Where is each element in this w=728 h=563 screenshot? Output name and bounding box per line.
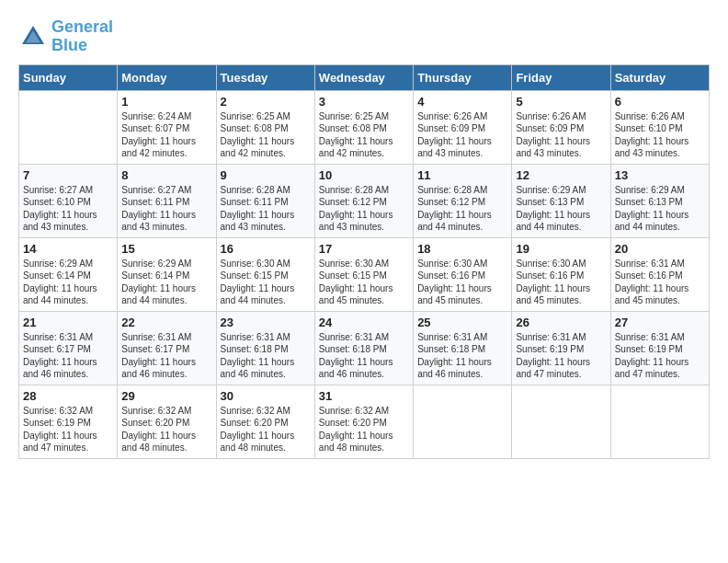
calendar-cell: 4Sunrise: 6:26 AMSunset: 6:09 PMDaylight… [414, 90, 512, 164]
cell-info: Sunrise: 6:31 AMSunset: 6:19 PMDaylight:… [516, 331, 606, 381]
calendar-cell: 27Sunrise: 6:31 AMSunset: 6:19 PMDayligh… [610, 311, 709, 385]
sunset-text: Sunset: 6:15 PM [319, 270, 409, 282]
calendar-cell: 8Sunrise: 6:27 AMSunset: 6:11 PMDaylight… [118, 164, 216, 237]
daylight-text: Daylight: 11 hours and 43 minutes. [121, 209, 211, 234]
logo-line2: Blue [51, 36, 87, 54]
day-number: 20 [615, 242, 705, 256]
day-number: 24 [319, 316, 409, 329]
sunset-text: Sunset: 6:14 PM [23, 270, 113, 282]
sunset-text: Sunset: 6:09 PM [417, 122, 507, 135]
logo-text: General Blue [51, 18, 113, 55]
sunrise-text: Sunrise: 6:26 AM [615, 110, 705, 123]
daylight-text: Daylight: 11 hours and 44 minutes. [23, 282, 113, 307]
cell-info: Sunrise: 6:28 AMSunset: 6:11 PMDaylight:… [221, 184, 311, 234]
calendar-cell: 13Sunrise: 6:29 AMSunset: 6:13 PMDayligh… [610, 164, 709, 237]
sunset-text: Sunset: 6:18 PM [319, 343, 409, 356]
calendar-cell: 15Sunrise: 6:29 AMSunset: 6:14 PMDayligh… [118, 237, 216, 311]
sunrise-text: Sunrise: 6:27 AM [23, 184, 113, 197]
calendar-cell: 29Sunrise: 6:32 AMSunset: 6:20 PMDayligh… [118, 385, 216, 458]
day-number: 22 [121, 316, 211, 329]
daylight-text: Daylight: 11 hours and 45 minutes. [516, 282, 606, 307]
cell-info: Sunrise: 6:29 AMSunset: 6:14 PMDaylight:… [23, 258, 113, 307]
calendar-cell: 22Sunrise: 6:31 AMSunset: 6:17 PMDayligh… [118, 311, 216, 385]
sunset-text: Sunset: 6:10 PM [23, 196, 113, 209]
cell-info: Sunrise: 6:25 AMSunset: 6:08 PMDaylight:… [221, 110, 311, 160]
day-number: 11 [417, 168, 507, 182]
daylight-text: Daylight: 11 hours and 46 minutes. [23, 356, 113, 381]
sunset-text: Sunset: 6:16 PM [417, 270, 507, 282]
page-header: General Blue [18, 18, 710, 55]
cell-info: Sunrise: 6:27 AMSunset: 6:11 PMDaylight:… [121, 184, 211, 234]
calendar-cell: 19Sunrise: 6:30 AMSunset: 6:16 PMDayligh… [512, 237, 610, 311]
sunset-text: Sunset: 6:08 PM [319, 122, 409, 135]
sunrise-text: Sunrise: 6:31 AM [615, 258, 705, 270]
sunrise-text: Sunrise: 6:28 AM [319, 184, 409, 197]
daylight-text: Daylight: 11 hours and 47 minutes. [516, 356, 606, 381]
sunset-text: Sunset: 6:11 PM [121, 196, 211, 209]
calendar-cell [610, 385, 709, 458]
sunrise-text: Sunrise: 6:31 AM [221, 331, 311, 344]
day-number: 6 [615, 95, 705, 109]
day-number: 8 [121, 168, 211, 182]
calendar-cell: 28Sunrise: 6:32 AMSunset: 6:19 PMDayligh… [19, 385, 118, 458]
daylight-text: Daylight: 11 hours and 44 minutes. [417, 209, 507, 234]
cell-info: Sunrise: 6:31 AMSunset: 6:18 PMDaylight:… [221, 331, 311, 381]
sunset-text: Sunset: 6:13 PM [516, 196, 606, 209]
sunrise-text: Sunrise: 6:29 AM [615, 184, 705, 197]
daylight-text: Daylight: 11 hours and 42 minutes. [319, 135, 409, 160]
sunset-text: Sunset: 6:18 PM [417, 343, 507, 356]
cell-info: Sunrise: 6:29 AMSunset: 6:14 PMDaylight:… [121, 258, 211, 307]
daylight-text: Daylight: 11 hours and 46 minutes. [221, 356, 311, 381]
sunrise-text: Sunrise: 6:29 AM [121, 258, 211, 270]
calendar-cell: 17Sunrise: 6:30 AMSunset: 6:15 PMDayligh… [314, 237, 413, 311]
calendar-cell: 3Sunrise: 6:25 AMSunset: 6:08 PMDaylight… [314, 90, 413, 164]
calendar-cell: 11Sunrise: 6:28 AMSunset: 6:12 PMDayligh… [414, 164, 512, 237]
daylight-text: Daylight: 11 hours and 46 minutes. [319, 356, 409, 381]
sunrise-text: Sunrise: 6:31 AM [615, 331, 705, 344]
daylight-text: Daylight: 11 hours and 43 minutes. [516, 135, 606, 160]
calendar-cell: 1Sunrise: 6:24 AMSunset: 6:07 PMDaylight… [118, 90, 216, 164]
sunset-text: Sunset: 6:09 PM [516, 122, 606, 135]
calendar-cell: 6Sunrise: 6:26 AMSunset: 6:10 PMDaylight… [610, 90, 709, 164]
daylight-text: Daylight: 11 hours and 44 minutes. [121, 282, 211, 307]
sunset-text: Sunset: 6:07 PM [121, 122, 211, 135]
sunset-text: Sunset: 6:08 PM [221, 122, 311, 135]
sunset-text: Sunset: 6:16 PM [615, 270, 705, 282]
calendar-cell: 23Sunrise: 6:31 AMSunset: 6:18 PMDayligh… [216, 311, 314, 385]
sunset-text: Sunset: 6:16 PM [516, 270, 606, 282]
calendar-week-row: 7Sunrise: 6:27 AMSunset: 6:10 PMDaylight… [19, 164, 710, 237]
day-number: 17 [319, 242, 409, 256]
daylight-text: Daylight: 11 hours and 43 minutes. [319, 209, 409, 234]
calendar-cell [19, 90, 118, 164]
sunrise-text: Sunrise: 6:32 AM [221, 405, 311, 418]
calendar-cell: 24Sunrise: 6:31 AMSunset: 6:18 PMDayligh… [314, 311, 413, 385]
daylight-text: Daylight: 11 hours and 43 minutes. [417, 135, 507, 160]
weekday-header: Friday [512, 64, 610, 90]
cell-info: Sunrise: 6:26 AMSunset: 6:09 PMDaylight:… [516, 110, 606, 160]
cell-info: Sunrise: 6:31 AMSunset: 6:17 PMDaylight:… [23, 331, 113, 381]
calendar-cell: 21Sunrise: 6:31 AMSunset: 6:17 PMDayligh… [19, 311, 118, 385]
sunset-text: Sunset: 6:20 PM [221, 417, 311, 430]
sunrise-text: Sunrise: 6:30 AM [516, 258, 606, 270]
logo-line1: General [51, 17, 113, 36]
sunrise-text: Sunrise: 6:27 AM [121, 184, 211, 197]
calendar-cell: 5Sunrise: 6:26 AMSunset: 6:09 PMDaylight… [512, 90, 610, 164]
day-number: 5 [516, 95, 606, 109]
cell-info: Sunrise: 6:31 AMSunset: 6:19 PMDaylight:… [615, 331, 705, 381]
calendar-cell [414, 385, 512, 458]
day-number: 9 [221, 168, 311, 182]
sunset-text: Sunset: 6:17 PM [23, 343, 113, 356]
weekday-header: Sunday [19, 64, 118, 90]
weekday-header-row: SundayMondayTuesdayWednesdayThursdayFrid… [19, 64, 710, 90]
calendar-week-row: 14Sunrise: 6:29 AMSunset: 6:14 PMDayligh… [19, 237, 710, 311]
calendar-cell: 2Sunrise: 6:25 AMSunset: 6:08 PMDaylight… [216, 90, 314, 164]
weekday-header: Tuesday [216, 64, 314, 90]
cell-info: Sunrise: 6:32 AMSunset: 6:20 PMDaylight:… [221, 405, 311, 454]
day-number: 30 [221, 389, 311, 403]
sunset-text: Sunset: 6:19 PM [516, 343, 606, 356]
day-number: 10 [319, 168, 409, 182]
sunrise-text: Sunrise: 6:25 AM [319, 110, 409, 123]
day-number: 4 [417, 95, 507, 109]
cell-info: Sunrise: 6:32 AMSunset: 6:19 PMDaylight:… [23, 405, 113, 454]
cell-info: Sunrise: 6:26 AMSunset: 6:10 PMDaylight:… [615, 110, 705, 160]
